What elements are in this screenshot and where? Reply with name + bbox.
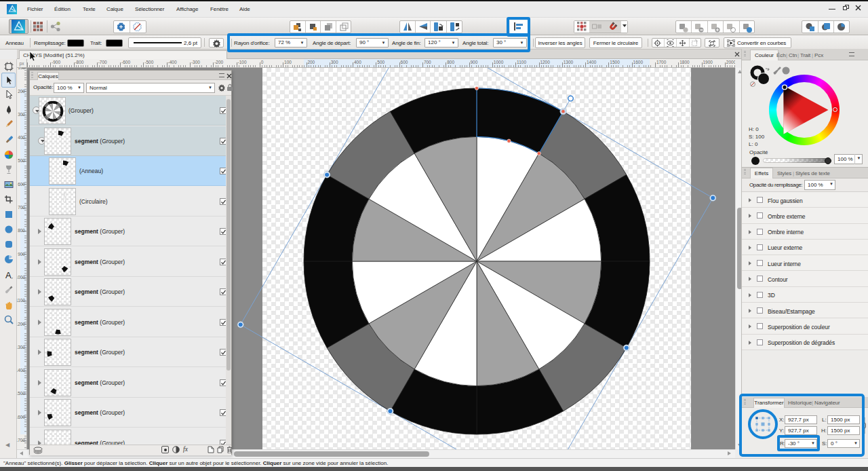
svg-text:A: A (5, 270, 12, 280)
